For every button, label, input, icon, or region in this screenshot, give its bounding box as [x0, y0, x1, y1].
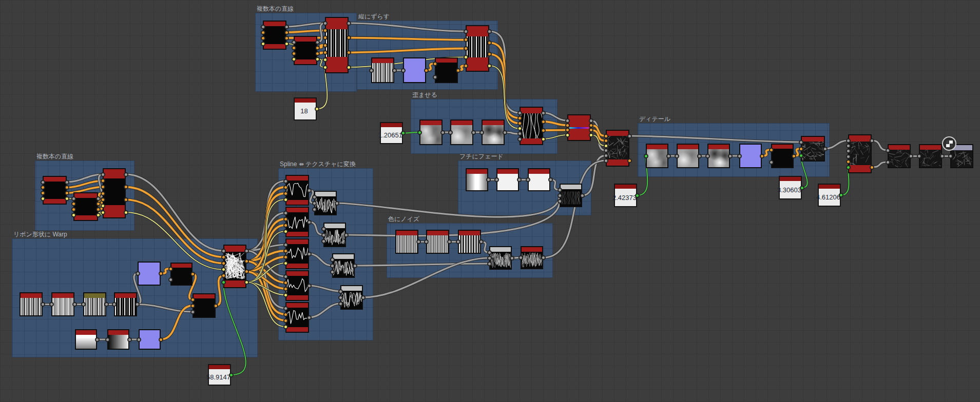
input-port[interactable] — [338, 295, 343, 300]
input-port[interactable] — [168, 267, 173, 271]
input-port[interactable] — [456, 239, 460, 244]
graph-node-n5i[interactable] — [107, 329, 129, 350]
input-port[interactable] — [846, 159, 851, 164]
input-port[interactable] — [323, 65, 328, 70]
output-port[interactable] — [392, 68, 397, 73]
graph-node-n10a[interactable] — [848, 134, 872, 173]
input-port[interactable] — [283, 280, 288, 285]
input-port[interactable] — [221, 255, 226, 259]
input-port[interactable] — [517, 111, 522, 115]
input-port[interactable] — [283, 293, 288, 297]
value-output-port[interactable] — [635, 193, 640, 198]
graph-node-n7b[interactable] — [496, 168, 519, 191]
graph-node-n6f[interactable] — [314, 191, 337, 215]
output-port[interactable] — [728, 154, 733, 158]
input-port[interactable] — [292, 51, 296, 56]
output-port[interactable] — [541, 111, 546, 115]
output-port[interactable] — [541, 137, 546, 142]
input-port[interactable] — [101, 204, 105, 208]
input-port[interactable] — [401, 68, 406, 73]
graph-node-n6i[interactable] — [340, 285, 363, 310]
graph-node-n10b[interactable] — [888, 144, 911, 168]
output-port[interactable] — [487, 52, 492, 56]
input-port[interactable] — [517, 116, 522, 120]
output-port[interactable] — [487, 29, 492, 34]
graph-node-n4c[interactable] — [103, 168, 126, 218]
input-port[interactable] — [221, 267, 226, 272]
output-port[interactable] — [666, 154, 671, 158]
graph-node-n8e[interactable] — [521, 246, 543, 269]
input-port[interactable] — [49, 302, 54, 307]
output-port[interactable] — [909, 154, 913, 158]
output-port[interactable] — [487, 41, 492, 45]
input-port[interactable] — [464, 37, 468, 42]
graph-canvas[interactable]: 複数本の直線縦にずらす歪ませる複数本の直線リボン形状に WarpSpline ⇻… — [0, 0, 980, 402]
input-port[interactable] — [101, 185, 105, 189]
output-port[interactable] — [347, 21, 351, 26]
input-port[interactable] — [71, 196, 76, 201]
graph-node-n5e[interactable] — [138, 262, 161, 286]
output-port[interactable] — [284, 36, 289, 41]
output-port[interactable] — [487, 64, 492, 68]
input-port[interactable] — [71, 213, 76, 217]
value-node-v242[interactable]: 2.42373 — [614, 184, 637, 207]
input-port[interactable] — [283, 318, 288, 323]
graph-node-n9a[interactable] — [646, 144, 668, 168]
input-port[interactable] — [330, 257, 335, 262]
input-port[interactable] — [330, 270, 335, 274]
graph-node-n3c[interactable] — [482, 119, 505, 145]
output-port[interactable] — [72, 302, 77, 307]
output-port[interactable] — [307, 284, 312, 288]
output-port[interactable] — [792, 154, 796, 158]
output-port[interactable] — [124, 172, 128, 177]
input-port[interactable] — [41, 180, 45, 185]
value-node-v120[interactable]: 1.20651 — [380, 122, 403, 144]
input-port[interactable] — [283, 306, 288, 311]
graph-node-n6h[interactable] — [332, 253, 355, 278]
output-port[interactable] — [347, 65, 351, 70]
output-port[interactable] — [104, 302, 109, 307]
graph-node-n5a[interactable] — [20, 292, 43, 316]
graph-node-n6d[interactable] — [285, 270, 309, 301]
value-node-v18[interactable]: 18 — [294, 97, 317, 120]
input-port[interactable] — [369, 68, 374, 73]
input-port[interactable] — [846, 144, 851, 148]
output-port[interactable] — [315, 51, 320, 56]
output-port[interactable] — [471, 130, 476, 135]
output-port[interactable] — [580, 193, 585, 198]
value-node-v461[interactable]: 4.61206 — [818, 184, 841, 207]
input-port[interactable] — [604, 138, 608, 143]
input-port[interactable] — [283, 197, 288, 202]
input-port[interactable] — [464, 55, 468, 59]
output-port[interactable] — [315, 40, 320, 45]
output-port[interactable] — [456, 68, 460, 73]
input-port[interactable] — [105, 337, 110, 342]
input-port[interactable] — [323, 21, 328, 26]
output-port[interactable] — [95, 337, 100, 342]
graph-node-n5f[interactable] — [170, 263, 193, 286]
output-port[interactable] — [307, 188, 312, 193]
input-port[interactable] — [323, 35, 328, 40]
output-port[interactable] — [307, 315, 312, 320]
output-port[interactable] — [589, 133, 593, 137]
graph-node-n2d[interactable] — [466, 25, 489, 72]
value-output-port[interactable] — [800, 186, 804, 190]
input-port[interactable] — [799, 153, 803, 158]
input-port[interactable] — [886, 148, 890, 153]
input-port[interactable] — [136, 271, 140, 276]
graph-node-n9d[interactable] — [739, 144, 762, 168]
input-port[interactable] — [283, 325, 288, 329]
input-port[interactable] — [517, 137, 522, 142]
input-port[interactable] — [464, 46, 468, 51]
input-port[interactable] — [769, 160, 774, 165]
input-port[interactable] — [261, 36, 265, 41]
output-port[interactable] — [96, 202, 101, 206]
graph-node-n1c[interactable] — [325, 17, 349, 73]
input-port[interactable] — [323, 28, 328, 33]
input-port[interactable] — [338, 289, 343, 294]
input-port[interactable] — [190, 304, 195, 308]
graph-node-n5c[interactable] — [83, 292, 106, 316]
output-port[interactable] — [589, 118, 593, 123]
input-port[interactable] — [737, 154, 742, 158]
graph-node-n3a[interactable] — [419, 119, 443, 145]
